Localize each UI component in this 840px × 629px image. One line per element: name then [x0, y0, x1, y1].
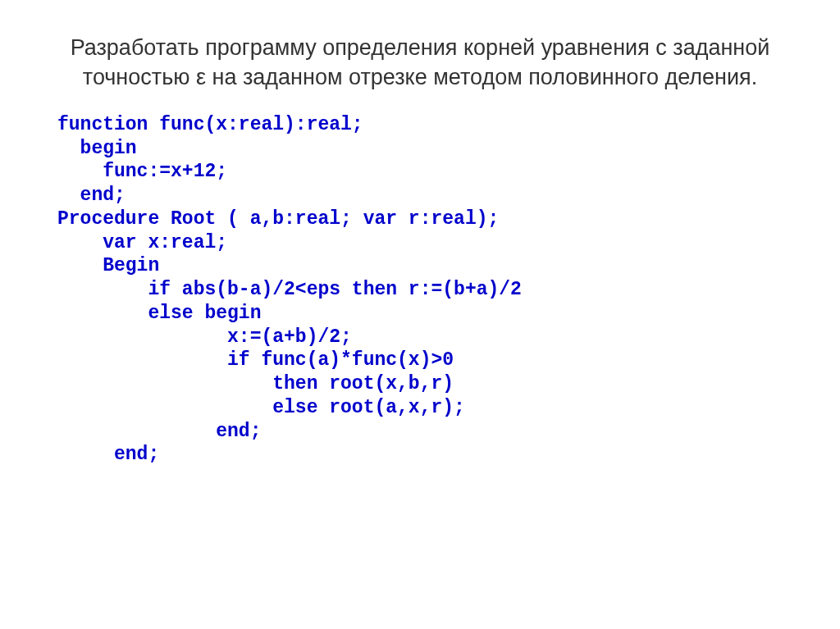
code-line: end;	[57, 421, 261, 442]
slide-title: Разработать программу определения корней…	[57, 33, 783, 93]
code-line: var x:real;	[57, 232, 227, 253]
code-line: Begin	[57, 255, 159, 276]
code-line: end;	[57, 444, 159, 465]
code-line: end;	[57, 185, 126, 206]
code-line: function func(x:real):real;	[57, 114, 363, 135]
code-line: if abs(b-a)/2<eps then r:=(b+a)/2	[57, 279, 522, 300]
code-line: Procedure Root ( a,b:real; var r:real);	[57, 208, 499, 230]
code-line: else root(a,x,r);	[57, 397, 465, 418]
code-line: begin	[57, 138, 137, 159]
code-block: function func(x:real):real; begin func:=…	[57, 113, 783, 467]
code-line: func:=x+12;	[57, 161, 227, 182]
code-line: else begin	[57, 303, 261, 324]
code-line: x:=(a+b)/2;	[57, 326, 352, 348]
code-line: then root(x,b,r)	[57, 373, 454, 394]
code-line: if func(a)*func(x)>0	[57, 349, 454, 371]
